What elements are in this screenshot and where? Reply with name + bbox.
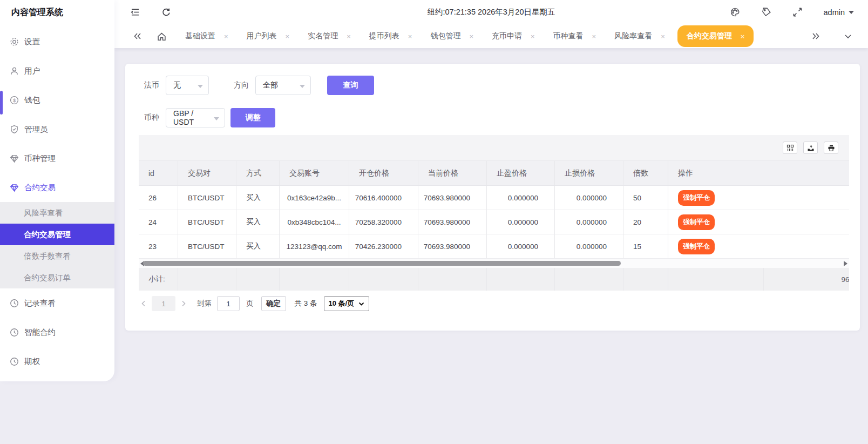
sidebar-item-coin-management[interactable]: 币种管理 xyxy=(0,144,114,173)
close-icon[interactable]: × xyxy=(531,33,535,40)
sidebar-item-admins[interactable]: 管理员 xyxy=(0,115,114,144)
sidebar-menu: 设置 用户 $ 钱包 管理员 币种管理 xyxy=(0,27,114,376)
close-icon[interactable]: × xyxy=(592,33,596,40)
fiat-select[interactable]: 无 xyxy=(166,76,209,95)
page-number-button[interactable]: 1 xyxy=(152,296,175,311)
palette-icon[interactable] xyxy=(730,7,741,18)
cell-open-price: 70258.320000 xyxy=(349,210,418,234)
chevron-down-icon xyxy=(214,117,219,120)
force-close-button[interactable]: 强制平仓 xyxy=(678,239,715,254)
sidebar-item-settings[interactable]: 设置 xyxy=(0,27,114,56)
tag-icon[interactable] xyxy=(761,7,772,18)
user-menu[interactable]: admin xyxy=(824,8,855,17)
export-icon[interactable] xyxy=(803,142,818,154)
cell-take-profit: 0.000000 xyxy=(487,210,555,234)
close-icon[interactable]: × xyxy=(347,33,351,40)
tab-coin-view[interactable]: 币种查看× xyxy=(544,24,606,48)
topbar: 纽约:07:21:35 2026年3月20日星期五 admin xyxy=(114,0,868,24)
sidebar-item-users[interactable]: 用户 xyxy=(0,56,114,85)
sidebar-item-records[interactable]: 记录查看 xyxy=(0,288,114,318)
print-icon[interactable] xyxy=(824,142,838,154)
tabs-scroll-left-icon[interactable] xyxy=(131,29,145,43)
menu-collapse-icon[interactable] xyxy=(130,7,140,18)
tabbar: 基础设置× 用户列表× 实名管理× 提币列表× 钱包管理× 充币申请× 币种查看… xyxy=(114,24,868,48)
sidebar-item-wallet[interactable]: $ 钱包 xyxy=(0,85,114,115)
sidebar-subitem-leverage-lots[interactable]: 倍数手数查看 xyxy=(0,245,114,267)
tab-risk-rate[interactable]: 风险率查看× xyxy=(605,24,674,48)
chevron-down-icon xyxy=(358,301,364,306)
sidebar-scrollbar-thumb[interactable] xyxy=(0,91,3,115)
cell-leverage: 50 xyxy=(623,186,668,210)
sidebar-item-label: 用户 xyxy=(24,66,40,76)
table-row: 24 BTC/USDT 买入 0xb348cbc104... 70258.320… xyxy=(139,210,849,234)
sidebar-item-smart-contract[interactable]: 智能合约 xyxy=(0,318,114,347)
close-icon[interactable]: × xyxy=(741,33,745,40)
tab-withdraw-list[interactable]: 提币列表× xyxy=(360,24,422,48)
table-row: 23 BTC/USDT 买入 123123@qq.com 70426.23000… xyxy=(139,234,849,259)
close-icon[interactable]: × xyxy=(469,33,473,40)
page-size-select[interactable]: 10 条/页 xyxy=(324,296,370,311)
force-close-button[interactable]: 强制平仓 xyxy=(678,190,715,206)
column-header[interactable]: 方式 xyxy=(236,161,280,185)
column-header[interactable]: 倍数 xyxy=(623,161,668,185)
sidebar-item-options[interactable]: 期权 xyxy=(0,347,114,376)
refresh-icon[interactable] xyxy=(161,7,172,18)
close-icon[interactable]: × xyxy=(286,33,290,40)
tab-wallet-management[interactable]: 钱包管理× xyxy=(421,24,483,48)
svg-text:$: $ xyxy=(13,97,16,103)
column-header[interactable]: 当前价格 xyxy=(418,161,487,185)
cell-stop-loss: 0.000000 xyxy=(555,234,623,258)
tab-kyc[interactable]: 实名管理× xyxy=(299,24,360,48)
tab-user-list[interactable]: 用户列表× xyxy=(238,24,299,48)
column-header[interactable]: 开仓价格 xyxy=(349,161,418,185)
direction-select[interactable]: 全部 xyxy=(255,76,311,95)
query-button[interactable]: 查询 xyxy=(327,76,374,95)
tabs-scroll-right-icon[interactable] xyxy=(809,29,823,43)
column-header[interactable]: 止盈价格 xyxy=(487,161,555,185)
filter-row-2: 币种 GBP / USDT 调整 xyxy=(144,108,275,127)
next-page-icon[interactable] xyxy=(179,300,188,307)
table-row: 26 BTC/USDT 买入 0x163ce42a9b... 70616.400… xyxy=(139,186,849,210)
tab-deposit-request[interactable]: 充币申请× xyxy=(483,24,544,48)
app-title: 内容管理系统 xyxy=(0,0,114,25)
user-icon xyxy=(10,66,19,76)
cell-account: 0xb348cbc104... xyxy=(280,210,349,234)
columns-icon[interactable] xyxy=(783,142,797,154)
sidebar-subitem-risk-rate[interactable]: 风险率查看 xyxy=(0,202,114,224)
close-icon[interactable]: × xyxy=(661,33,665,40)
cell-open-price: 70426.230000 xyxy=(349,234,418,258)
page: { "app": { "title": "内容管理系统" }, "colors"… xyxy=(0,0,868,444)
prev-page-icon[interactable] xyxy=(139,300,148,307)
adjust-button[interactable]: 调整 xyxy=(230,108,275,127)
tabs-menu-icon[interactable] xyxy=(841,29,855,43)
scroll-right-icon[interactable] xyxy=(844,261,847,266)
coin-select[interactable]: GBP / USDT xyxy=(166,108,225,127)
confirm-button[interactable]: 确定 xyxy=(261,296,286,311)
sidebar-subitem-contract-orders[interactable]: 合约交易订单 xyxy=(0,267,114,288)
cell-stop-loss: 0.000000 xyxy=(555,210,623,234)
cell-pair: BTC/USDT xyxy=(178,186,236,210)
tab-basic-settings[interactable]: 基础设置× xyxy=(176,24,238,48)
sidebar-subitem-contract-trade-management[interactable]: 合约交易管理 xyxy=(0,224,114,245)
column-header[interactable]: 交易对 xyxy=(178,161,236,185)
history-icon xyxy=(10,328,19,337)
fullscreen-icon[interactable] xyxy=(792,7,803,18)
close-icon[interactable]: × xyxy=(224,33,228,40)
cell-leverage: 15 xyxy=(623,234,668,258)
column-header[interactable]: 止损价格 xyxy=(555,161,623,185)
force-close-button[interactable]: 强制平仓 xyxy=(678,214,715,230)
sidebar-item-contract-trading[interactable]: 合约交易 xyxy=(0,173,114,202)
dollar-circle-icon: $ xyxy=(10,96,19,105)
scrollbar-thumb[interactable] xyxy=(143,261,621,266)
tab-contract-trade-management[interactable]: 合约交易管理× xyxy=(677,25,754,47)
column-header[interactable]: id xyxy=(139,161,178,185)
close-icon[interactable]: × xyxy=(408,33,412,40)
column-header[interactable]: 操作 xyxy=(668,161,849,185)
home-icon[interactable] xyxy=(154,29,168,43)
page-input[interactable] xyxy=(217,296,240,311)
column-header[interactable]: 交易账号 xyxy=(280,161,349,185)
cell-pair: BTC/USDT xyxy=(178,234,236,258)
horizontal-scrollbar xyxy=(139,259,849,268)
gear-icon xyxy=(10,37,19,46)
content-card: 法币 无 方向 全部 查询 币种 GBP / USDT 调整 xyxy=(125,64,860,331)
